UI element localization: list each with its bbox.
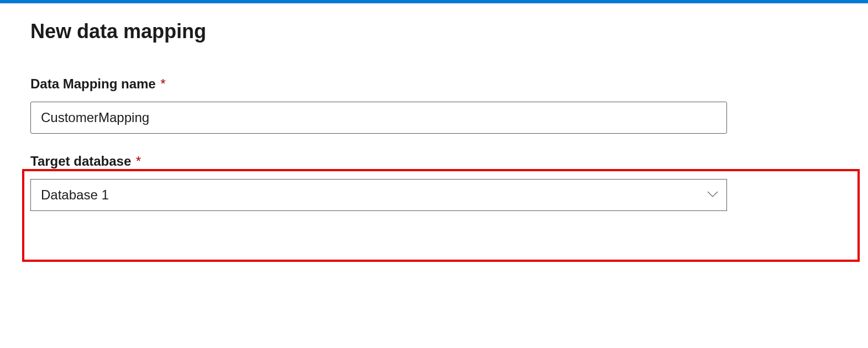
- target-database-selected-value: Database 1: [41, 187, 109, 203]
- target-database-label-row: Target database *: [30, 154, 838, 179]
- required-asterisk: *: [136, 154, 141, 168]
- required-asterisk: *: [160, 76, 165, 91]
- target-database-label: Target database: [30, 154, 131, 169]
- target-database-select-wrapper: Database 1: [30, 179, 727, 211]
- page-title: New data mapping: [30, 20, 838, 43]
- target-database-select[interactable]: Database 1: [30, 179, 727, 211]
- data-mapping-name-input[interactable]: [30, 102, 727, 134]
- form-panel: New data mapping Data Mapping name * Tar…: [0, 3, 868, 211]
- data-mapping-name-label: Data Mapping name: [30, 76, 156, 92]
- data-mapping-name-label-row: Data Mapping name *: [30, 76, 838, 102]
- data-mapping-name-group: Data Mapping name *: [30, 76, 838, 134]
- target-database-group: Target database * Database 1: [30, 150, 838, 211]
